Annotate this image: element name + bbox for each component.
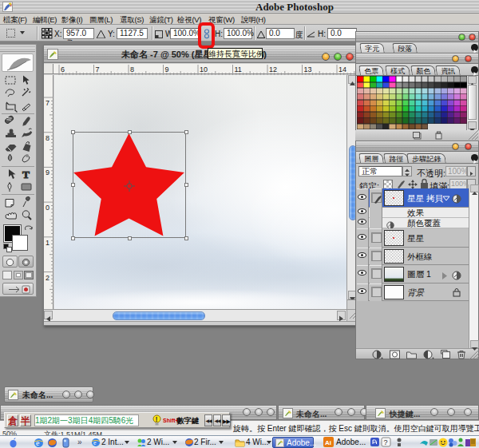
svg-text:9: 9 [165, 65, 169, 73]
svg-text:7: 7 [96, 65, 100, 73]
svg-text:0: 0 [46, 204, 49, 212]
svg-text:1: 1 [46, 239, 49, 247]
svg-text:10: 10 [200, 65, 208, 73]
svg-text:T: T [22, 168, 30, 180]
svg-text:14: 14 [338, 65, 346, 73]
svg-text:?: ? [384, 438, 388, 446]
svg-text:e: e [36, 438, 40, 447]
svg-text:11: 11 [235, 65, 242, 73]
svg-text:8: 8 [130, 65, 134, 73]
svg-text:13: 13 [304, 65, 312, 73]
svg-text:7: 7 [46, 99, 49, 107]
svg-text:12: 12 [269, 65, 277, 73]
svg-text:2: 2 [46, 274, 49, 282]
svg-text:6: 6 [61, 65, 65, 73]
svg-text:8: 8 [46, 134, 49, 142]
svg-text:9: 9 [46, 168, 49, 176]
svg-text:!: ! [156, 415, 158, 423]
